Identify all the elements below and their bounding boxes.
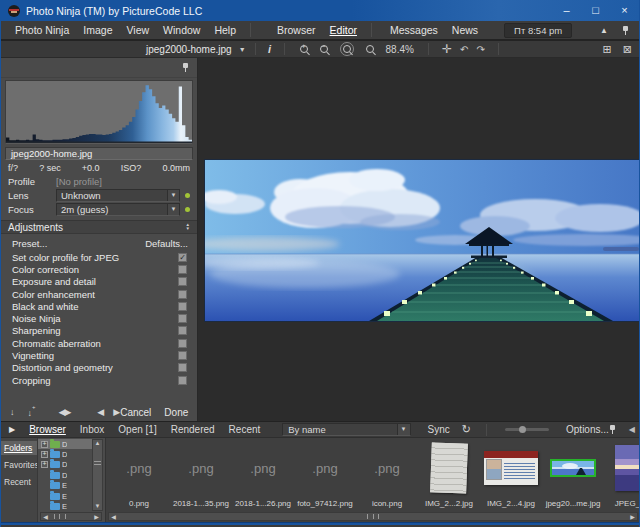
pin-icon[interactable] <box>622 25 629 36</box>
thumbnails-horizontal-scrollbar[interactable]: ◀ ▶ <box>108 512 638 521</box>
menu-item[interactable]: Photo Ninja <box>15 24 69 36</box>
collapse-left-icon[interactable]: ◀ <box>629 425 635 434</box>
scrollbar-grip[interactable] <box>94 461 101 465</box>
scroll-left-icon[interactable]: ◀ <box>41 513 50 520</box>
cancel-button[interactable]: Cancel <box>120 407 151 418</box>
refresh-icon[interactable]: ↻ <box>462 423 471 436</box>
nav-tab[interactable]: Recent <box>1 475 37 489</box>
collapse-arrow-icon[interactable]: ▲ <box>600 26 608 35</box>
browser-tab[interactable]: Rendered <box>171 424 215 435</box>
pier-photo[interactable] <box>205 160 639 321</box>
menu-item[interactable]: News <box>452 24 478 36</box>
browser-pin-icon[interactable] <box>609 424 616 435</box>
thumbnail-cell[interactable]: .png icon.png <box>356 438 418 508</box>
thumbnail-cell[interactable]: .png 0.png <box>108 438 170 508</box>
thumbnail-cell[interactable]: IMG_2...4.jpg <box>480 438 542 508</box>
info-icon[interactable]: i <box>265 43 275 55</box>
undo-icon[interactable]: ↶ <box>460 44 468 55</box>
panel-pin-icon[interactable] <box>182 62 189 73</box>
scroll-down-icon[interactable]: ▼ <box>95 503 101 510</box>
editor-canvas[interactable] <box>198 58 639 421</box>
zoom-level-icon[interactable] <box>366 45 374 53</box>
chevron-down-icon[interactable]: ▼ <box>167 190 179 201</box>
scroll-right-icon[interactable]: ▶ <box>92 513 101 520</box>
next-image-icon[interactable]: ▶ <box>113 407 120 417</box>
thumbnail-cell[interactable]: .png 2018-1...35.png <box>170 438 232 508</box>
prev-next-icon[interactable]: ◀▶ <box>59 407 71 417</box>
chevron-down-icon[interactable]: ▼ <box>167 204 179 215</box>
adjustment-checkbox[interactable] <box>178 302 187 311</box>
folder-row[interactable]: D <box>38 470 93 480</box>
thumbnail-cell[interactable]: jpeg20...me.jpg <box>542 438 604 508</box>
filename-field[interactable]: jpeg2000-home.jpg <box>5 147 193 160</box>
slider-knob[interactable] <box>519 426 526 433</box>
scrollbar-grip[interactable] <box>54 514 66 519</box>
adjustment-row[interactable]: Exposure and detail <box>1 276 197 288</box>
expand-icon[interactable] <box>41 461 48 468</box>
sync-button[interactable]: Sync <box>428 424 450 435</box>
browser-tab[interactable]: Recent <box>229 424 261 435</box>
browser-tab[interactable]: Open [1] <box>118 424 156 435</box>
adjustment-checkbox[interactable] <box>178 339 187 348</box>
adjustment-row[interactable]: Set color profile for JPEG <box>1 251 197 263</box>
menu-item[interactable]: Help <box>214 24 236 36</box>
adjustment-row[interactable]: Black and white <box>1 300 197 312</box>
thumbnail-cell[interactable]: .png foto_97412.png <box>294 438 356 508</box>
preset-button[interactable]: Preset... <box>12 238 47 249</box>
scroll-left-icon[interactable]: ◀ <box>109 513 118 520</box>
folder-row[interactable]: E <box>38 481 93 491</box>
chevron-down-icon[interactable]: ▼ <box>239 46 246 53</box>
close-view-icon[interactable]: ⊠ <box>623 43 632 56</box>
expand-icon[interactable] <box>41 441 48 448</box>
menu-item[interactable]: Window <box>163 24 200 36</box>
sort-dropdown[interactable]: By name ▼ <box>282 423 410 436</box>
thumbnail-image[interactable] <box>550 459 596 477</box>
thumbnail-image[interactable] <box>484 451 538 485</box>
thumbnail-cell[interactable]: .png 2018-1...26.png <box>232 438 294 508</box>
menu-item[interactable]: Messages <box>390 24 438 36</box>
adjustment-row[interactable]: Sharpening <box>1 325 197 337</box>
adjustment-row[interactable]: Noise Ninja <box>1 312 197 324</box>
adjustment-checkbox[interactable] <box>178 253 187 262</box>
expand-collapse-icon[interactable]: ▲▼ <box>186 223 190 231</box>
nav-tab[interactable]: Favorites <box>1 458 37 472</box>
lens-dropdown[interactable]: Unknown ▼ <box>56 189 180 202</box>
adjustment-row[interactable]: Chromatic aberration <box>1 337 197 349</box>
options-button[interactable]: Options... <box>566 424 609 435</box>
scrollbar-grip[interactable] <box>367 514 379 519</box>
adjustment-checkbox[interactable] <box>178 265 187 274</box>
adjustments-header[interactable]: Adjustments ▲▼ <box>1 220 197 234</box>
thumbnail-size-slider[interactable] <box>505 428 549 431</box>
zoom-out-icon[interactable]: − <box>320 45 328 53</box>
thumbnail-image[interactable] <box>430 442 468 493</box>
adjustment-checkbox[interactable] <box>178 290 187 299</box>
folder-row[interactable]: E <box>38 501 93 511</box>
adjustment-checkbox[interactable] <box>178 351 187 360</box>
open-file-dropdown[interactable]: jpeg2000-home.jpg <box>146 44 232 55</box>
redo-icon[interactable]: ↷ <box>476 44 484 55</box>
adjustment-row[interactable]: Distortion and geometry <box>1 362 197 374</box>
tree-vertical-scrollbar[interactable]: ▲ ▼ <box>92 439 103 511</box>
maximize-button[interactable]: □ <box>581 0 610 21</box>
focus-dropdown[interactable]: 2m (guess) ▼ <box>56 203 180 216</box>
folder-row[interactable]: D <box>38 449 93 459</box>
adjustment-checkbox[interactable] <box>178 376 187 385</box>
nav-tab[interactable]: Folders <box>1 441 37 455</box>
tree-horizontal-scrollbar[interactable]: ◀ ▶ <box>40 512 102 521</box>
menu-item[interactable]: View <box>126 24 149 36</box>
adjustment-row[interactable]: Vignetting <box>1 349 197 361</box>
adjustment-row[interactable]: Cropping <box>1 374 197 386</box>
download-plus-icon[interactable]: ↓+ <box>28 407 36 418</box>
expand-icon[interactable] <box>41 451 48 458</box>
zoom-in-icon[interactable]: + <box>300 45 308 53</box>
download-icon[interactable]: ↓ <box>10 407 15 417</box>
chevron-down-icon[interactable]: ▼ <box>397 424 410 435</box>
adjustment-checkbox[interactable] <box>178 277 187 286</box>
adjustment-row[interactable]: Color correction <box>1 263 197 275</box>
thumbnail-cell[interactable]: IMG_2...2.jpg <box>418 438 480 508</box>
browser-tab[interactable]: Browser <box>29 424 66 435</box>
adjustment-checkbox[interactable] <box>178 363 187 372</box>
folder-row[interactable]: D <box>38 460 93 470</box>
prev-image-icon[interactable]: ◀ <box>97 407 104 417</box>
browser-tab[interactable]: Inbox <box>80 424 104 435</box>
